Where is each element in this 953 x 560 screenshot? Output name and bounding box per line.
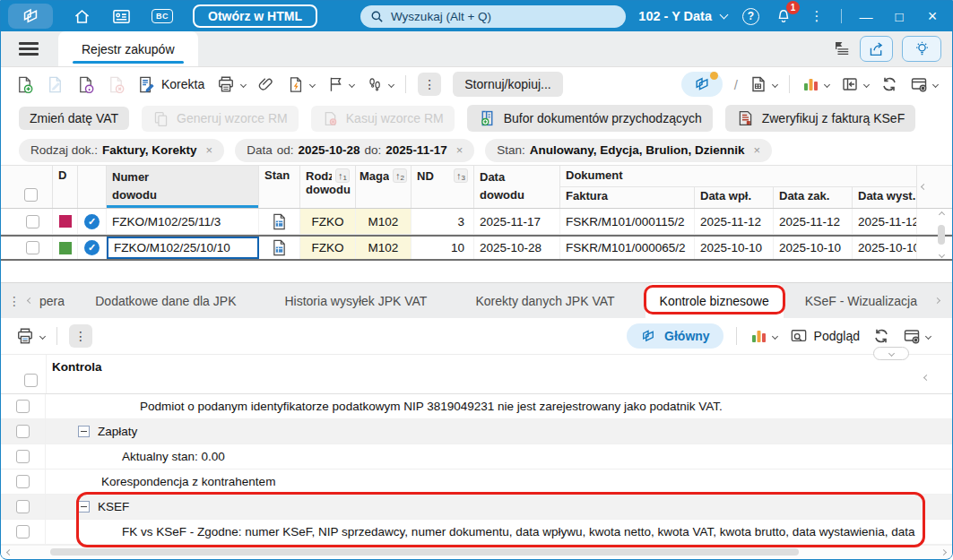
kontrola-row[interactable]: Podmiot o podanym identyfikatorze podatk… [1,394,952,419]
podglad-button[interactable]: Podgląd [790,328,860,344]
close-button[interactable]: × [923,7,941,26]
collapse-group-icon[interactable] [78,426,90,437]
attachment-icon[interactable] [257,75,275,93]
column-header-numer[interactable]: Numer dowodu [107,166,259,208]
cell-data-wpl[interactable]: 2025-11-12 [695,209,774,234]
tabs-scroll-left[interactable] [28,283,32,318]
collapse-panel-handle[interactable] [917,166,930,208]
bc-icon[interactable]: BC [152,9,173,23]
cell-nd[interactable]: 3 [412,209,474,234]
zweryfikuj-ksef-button[interactable]: Zweryfikuj z fakturą KSeF [725,105,916,132]
scroll-down-icon[interactable] [938,252,944,258]
cell-nd[interactable]: 10 [412,237,474,259]
tabs-scroll-right[interactable] [935,283,952,318]
cell-data-wpl[interactable]: 2025-10-10 [695,237,774,259]
scrollbar-thumb[interactable] [938,225,945,245]
print-button[interactable] [216,75,246,93]
hamburger-menu-icon[interactable] [19,39,39,58]
row-checkbox[interactable] [16,400,30,413]
row-checkbox[interactable] [13,209,53,234]
cell-data-dowodu[interactable]: 2025-10-28 [474,237,560,259]
column-header-magazyn[interactable]: Magaz ↑2 [356,166,412,208]
tab-dodatkowe-dane-jpk[interactable]: Dodatkowe dane dla JPK [77,283,254,318]
assistant-button[interactable] [902,36,941,62]
tab-kontrole-biznesowe[interactable]: Kontrole biznesowe [645,283,784,318]
app-menu-button[interactable] [8,4,53,29]
glowny-view-button[interactable]: Główny [627,323,723,349]
open-in-html-button[interactable]: Otwórz w HTML [193,4,317,28]
document-info-icon[interactable] [76,75,95,94]
kontrola-row[interactable]: FK vs KSeF - Zgodne: numer KSeF, NIP spr… [1,520,952,545]
tab-operacji[interactable]: peracji [39,283,65,318]
maximize-button[interactable]: □ [890,9,908,24]
scrollbar-thumb[interactable] [50,548,799,556]
cell-data-wyst[interactable]: 2025-10-10 [853,237,917,259]
column-header-data-wyst[interactable]: Data wyst. [853,187,917,208]
contact-card-icon[interactable] [111,7,132,26]
chart-view-button[interactable] [801,75,829,93]
filter-chip-data[interactable]: Data od: 2025-10-28 do: 2025-11-17 × [235,139,474,162]
column-header-data-wpl[interactable]: Data wpł. [695,187,774,208]
cell-faktura[interactable]: FSKR/M101/000115/2 [560,209,695,234]
delete-document-icon[interactable] [107,75,126,94]
splitter-handle-icon[interactable]: ⋮ [8,283,21,318]
detail-print-button[interactable] [15,327,45,345]
column-header-stan[interactable]: Stan [259,166,300,208]
korekta-button[interactable]: Korekta [137,75,204,94]
tab-ksef-wizualizacja[interactable]: KSeF - Wizualizacja [787,283,935,318]
cell-data-zak[interactable]: 2025-10-10 [774,237,853,259]
row-checkbox[interactable] [16,425,30,438]
cell-data-zak[interactable]: 2025-11-12 [774,209,853,234]
column-group-dokument[interactable]: Dokument Faktura Data wpł. Data zak. Dat… [560,166,917,208]
tab-korekty-danych-jpk[interactable]: Korekty danych JPK VAT [457,283,632,318]
cell-faktura[interactable]: FSKR/M101/000065/2 [560,237,695,259]
grid-settings-button[interactable] [910,75,938,93]
row-checkbox[interactable] [16,450,30,463]
export-document-button[interactable] [749,75,777,93]
column-header-kontrola[interactable]: Kontrola [52,360,102,374]
column-header-data-zak[interactable]: Data zak. [774,187,853,208]
home-icon[interactable] [73,7,91,26]
edit-document-icon[interactable] [46,75,65,94]
vertical-scrollbar[interactable] [936,212,947,257]
side-panel-button[interactable] [841,75,869,93]
cell-rodzaj[interactable]: FZKO [300,209,356,234]
remove-filter-icon[interactable]: × [206,143,213,157]
zmien-date-vat-button[interactable]: Zmień datę VAT [19,107,129,130]
collapse-side-handle[interactable] [924,367,929,383]
cell-magazyn[interactable]: M102 [356,209,412,234]
table-row-selected[interactable]: ✓ FZKO/M102/25/10/10 FZKO M102 10 2025-1… [1,235,952,261]
stornuj-kopiuj-button[interactable]: Stornuj/kopiuj... [453,72,563,97]
filter-chip-rodzaj[interactable]: Rodzaj dok.: Faktury, Korekty × [19,139,224,162]
footprints-button[interactable] [366,75,394,93]
bufor-dokumentow-button[interactable]: Bufor dokumentów przychodzących [467,105,713,132]
help-button[interactable]: ? [742,8,759,25]
cell-rodzaj[interactable]: FZKO [300,237,356,259]
column-header-nd[interactable]: ND ↑3 [412,166,474,208]
collapse-group-icon[interactable] [78,501,90,513]
notifications-button[interactable]: 1 [775,7,793,25]
cell-data-dowodu[interactable]: 2025-11-17 [474,209,560,234]
select-all-checkbox[interactable] [13,166,53,208]
cell-data-wyst[interactable]: 2025-11-12 [853,209,917,234]
refresh-icon[interactable] [880,75,898,93]
detail-more-button[interactable]: ⋮ [69,324,92,348]
more-actions-button[interactable]: ⋮ [418,73,441,96]
tab-rejestr-zakupow[interactable]: Rejestr zakupów [58,31,198,66]
row-checkbox[interactable] [16,525,30,538]
detail-grid-settings-button[interactable] [903,327,931,345]
row-checkbox[interactable] [16,500,30,513]
kontrola-group-row[interactable]: Zapłaty [1,419,952,444]
row-checkbox[interactable] [13,237,53,259]
column-header-data-dowodu[interactable]: Data dowodu [474,166,560,208]
row-checkbox[interactable] [16,475,30,488]
column-header-rodzaj[interactable]: Rodzaj ↑1 dowodu [300,166,356,208]
cell-magazyn[interactable]: M102 [356,237,412,259]
column-header-faktura[interactable]: Faktura [560,187,695,208]
remove-filter-icon[interactable]: × [754,143,761,157]
profile-selector[interactable]: 102 - Y Data [638,9,727,23]
refresh-icon[interactable] [872,327,890,345]
cell-numer[interactable]: FZKO/M102/25/11/3 [107,209,259,234]
column-header-check[interactable] [78,166,107,208]
scroll-up-icon[interactable] [938,211,944,218]
